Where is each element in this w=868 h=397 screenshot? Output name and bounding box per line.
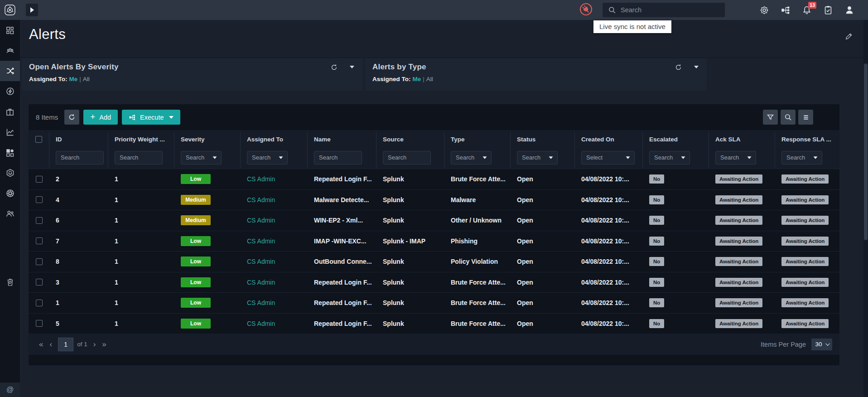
- sidebar-item-cases[interactable]: [0, 102, 20, 122]
- prev-page-button[interactable]: ‹: [46, 340, 55, 349]
- assigned-user-link[interactable]: CS Admin: [247, 196, 275, 203]
- filter-input-weight[interactable]: [115, 151, 163, 165]
- refresh-icon[interactable]: [675, 63, 682, 71]
- org-hierarchy-button[interactable]: [781, 5, 791, 15]
- sidebar-item-analytics[interactable]: [0, 122, 20, 142]
- column-header-name[interactable]: Name: [308, 132, 376, 146]
- select-all-checkbox[interactable]: [35, 136, 42, 143]
- search-input[interactable]: [621, 6, 719, 14]
- sidebar-item-apps[interactable]: [0, 142, 20, 163]
- sidebar-item-automation[interactable]: [0, 81, 20, 102]
- assigned-user-link[interactable]: CS Admin: [247, 217, 275, 224]
- chevron-down-icon[interactable]: [350, 66, 354, 68]
- filter-select-response[interactable]: Search: [781, 151, 822, 165]
- table-row[interactable]: 41MediumCS AdminMalware Detecte...Splunk…: [29, 189, 839, 210]
- add-button[interactable]: + Add: [83, 110, 118, 125]
- table-row[interactable]: 11LowCS AdminRepeated Login F...SplunkBr…: [29, 292, 839, 313]
- filter-select-type[interactable]: Search: [451, 151, 492, 165]
- column-header-assigned[interactable]: Assigned To: [241, 132, 308, 146]
- row-checkbox[interactable]: [36, 217, 43, 224]
- sidebar-item-community[interactable]: [0, 40, 20, 61]
- assigned-all-link[interactable]: All: [83, 76, 90, 82]
- cell-response: Awaiting Action: [775, 216, 839, 225]
- assigned-user-link[interactable]: CS Admin: [247, 258, 275, 265]
- column-header-type[interactable]: Type: [444, 132, 511, 146]
- row-checkbox[interactable]: [36, 258, 43, 265]
- next-page-button[interactable]: ›: [90, 340, 99, 349]
- current-page[interactable]: 1: [58, 338, 73, 351]
- assigned-user-link[interactable]: CS Admin: [247, 175, 275, 183]
- sidebar-item-alerts[interactable]: [0, 61, 20, 81]
- filter-select-severity[interactable]: Search: [181, 151, 222, 165]
- sidebar-item-dashboard[interactable]: [0, 20, 20, 40]
- table-row[interactable]: 31LowCS AdminRepeated Login F...SplunkBr…: [29, 272, 839, 293]
- settings-button[interactable]: [759, 5, 769, 15]
- profile-button[interactable]: [844, 5, 854, 15]
- row-checkbox[interactable]: [36, 320, 43, 327]
- sidebar-item-users[interactable]: [0, 203, 20, 224]
- cell-weight: 1: [108, 217, 174, 224]
- cell-ack: Awaiting Action: [709, 257, 775, 266]
- filter-input-source[interactable]: [383, 151, 431, 165]
- assigned-user-link[interactable]: CS Admin: [247, 299, 275, 306]
- chevron-down-icon: [213, 156, 217, 159]
- scrollbar-thumb[interactable]: [864, 63, 868, 240]
- filter-button[interactable]: [763, 110, 778, 125]
- sidebar-item-recycle-bin[interactable]: [0, 272, 20, 292]
- filter-select-created[interactable]: Select: [581, 151, 635, 165]
- collapse-sidebar-button[interactable]: [26, 4, 38, 16]
- column-header-created[interactable]: Created On: [575, 132, 643, 146]
- column-header-source[interactable]: Source: [376, 132, 444, 146]
- sidebar-item-mentions[interactable]: @: [0, 382, 20, 397]
- first-page-button[interactable]: «: [36, 340, 46, 349]
- vertical-scrollbar[interactable]: [863, 20, 868, 397]
- table-row[interactable]: 81LowCS AdminOutBound Conne...SplunkPoli…: [29, 251, 839, 272]
- table-search-button[interactable]: [781, 110, 796, 125]
- table-refresh-button[interactable]: [64, 110, 79, 125]
- notifications-button[interactable]: 13: [802, 5, 812, 15]
- table-row[interactable]: 21LowCS AdminRepeated Login F...SplunkBr…: [29, 169, 839, 189]
- assigned-all-link[interactable]: All: [426, 76, 433, 82]
- table-row[interactable]: 61MediumCS AdminWIN-EP2 - Xml...SplunkOt…: [29, 210, 839, 231]
- assigned-me-link[interactable]: Me: [413, 76, 421, 82]
- sidebar-item-portal[interactable]: [0, 183, 20, 203]
- column-header-ack[interactable]: Ack SLA: [709, 132, 775, 146]
- items-per-page-select[interactable]: 30: [811, 339, 832, 350]
- assigned-user-link[interactable]: CS Admin: [247, 320, 275, 327]
- cell-source: Splunk: [376, 320, 444, 327]
- execute-button[interactable]: Execute: [122, 110, 180, 125]
- table-row[interactable]: 51LowCS AdminRepeated Login F...SplunkBr…: [29, 313, 839, 334]
- row-checkbox[interactable]: [36, 196, 43, 203]
- app-logo[interactable]: [0, 0, 20, 20]
- chevron-down-icon[interactable]: [694, 66, 699, 68]
- column-header-response[interactable]: Response SLA ...: [775, 132, 839, 146]
- assigned-me-link[interactable]: Me: [69, 76, 78, 82]
- sidebar-item-threat-intel[interactable]: [0, 163, 20, 183]
- column-header-weight[interactable]: Priority Weight ...: [108, 132, 174, 146]
- assigned-user-link[interactable]: CS Admin: [247, 237, 275, 245]
- column-header-id[interactable]: ID: [49, 132, 108, 146]
- edit-page-button[interactable]: [845, 32, 854, 42]
- column-header-severity[interactable]: Severity: [174, 132, 241, 146]
- global-search[interactable]: [603, 3, 725, 17]
- row-checkbox[interactable]: [36, 176, 43, 183]
- sla-status-badge: Awaiting Action: [715, 237, 762, 246]
- assigned-user-link[interactable]: CS Admin: [247, 279, 275, 286]
- row-checkbox[interactable]: [36, 237, 43, 244]
- filter-input-name[interactable]: [314, 151, 362, 165]
- column-header-status[interactable]: Status: [511, 132, 575, 146]
- table-row[interactable]: 71LowCS AdminIMAP -WIN-EXC...Splunk - IM…: [29, 231, 839, 252]
- filter-input-id[interactable]: [56, 151, 104, 165]
- filter-select-assigned[interactable]: Search: [247, 151, 288, 165]
- row-checkbox[interactable]: [36, 300, 43, 306]
- column-header-escalated[interactable]: Escalated: [643, 132, 709, 146]
- column-settings-button[interactable]: [798, 110, 813, 125]
- sync-status-icon[interactable]: [579, 3, 593, 18]
- tasks-button[interactable]: [823, 5, 833, 15]
- filter-select-status[interactable]: Search: [517, 151, 558, 165]
- refresh-icon[interactable]: [330, 63, 338, 71]
- filter-select-escalated[interactable]: Search: [649, 151, 690, 165]
- filter-select-ack[interactable]: Search: [715, 151, 756, 165]
- last-page-button[interactable]: »: [99, 340, 109, 349]
- row-checkbox[interactable]: [36, 279, 43, 286]
